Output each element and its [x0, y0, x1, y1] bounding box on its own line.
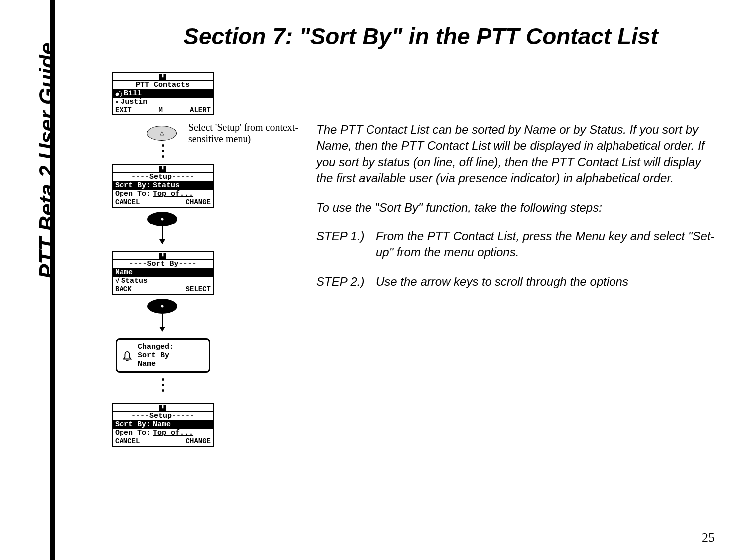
check-icon: √: [115, 277, 119, 285]
screen-title: PTT Contacts: [113, 80, 213, 89]
svg-point-0: [116, 93, 119, 96]
screen-title: ----Sort By----: [113, 259, 213, 268]
antenna-icon: [159, 74, 166, 80]
sortby-option: √Status: [113, 277, 213, 285]
softkey-right: SELECT: [186, 285, 211, 293]
softkey-right: CHANGE: [186, 198, 211, 206]
softkeys: EXIT M ALERT: [113, 106, 213, 114]
softkey-right: CHANGE: [186, 437, 211, 445]
contact-row: Justin: [113, 98, 213, 106]
antenna-bar: [113, 404, 213, 411]
setup-row: Open To:Top of...: [113, 429, 213, 437]
contact-name-1: Bill: [124, 89, 142, 98]
offline-icon: [115, 98, 119, 106]
softkeys: BACK SELECT: [113, 285, 213, 294]
arrow-down-icon: [162, 226, 163, 244]
screen-title: ----Setup-----: [113, 172, 213, 181]
screen-title: ----Setup-----: [113, 411, 213, 420]
paragraph-2: To use the "Sort By" function, take the …: [316, 200, 715, 216]
antenna-icon: [159, 405, 166, 411]
caption-setup: Select 'Setup' from context-sensitive me…: [188, 122, 303, 145]
bell-icon: [122, 351, 133, 362]
sortby-status: Status: [121, 277, 148, 285]
setup-row-selected: Sort By:Status: [113, 181, 213, 190]
phone-screen-contacts: PTT Contacts Bill Justin EXIT M ALERT: [112, 72, 214, 115]
softkey-left: CANCEL: [115, 437, 140, 445]
antenna-bar: [113, 73, 213, 80]
nav-key: [147, 212, 177, 226]
setup-label-1a: Sort By:: [115, 181, 151, 190]
page-title: Section 7: "Sort By" in the PTT Contact …: [127, 22, 715, 51]
setup-row-selected: Sort By:Name: [113, 420, 213, 429]
softkey-left: EXIT: [115, 106, 132, 114]
arrow-down-icon: [162, 314, 163, 331]
setup-row: Open To:Top of...: [113, 190, 213, 198]
setup-label-2a: Open To:: [115, 190, 151, 198]
antenna-icon: [159, 166, 166, 172]
changed-line-3: Name: [138, 360, 206, 368]
antenna-bar: [113, 165, 213, 172]
softkey-mid: M: [159, 106, 163, 114]
step-2: STEP 2.) Use the arrow keys to scroll th…: [316, 274, 715, 290]
setup-label-1a: Sort By:: [115, 420, 151, 429]
changed-line-2: Sort By: [138, 351, 206, 360]
setup-value-2b: Top of...: [153, 429, 193, 437]
softkey-left: BACK: [115, 285, 132, 293]
contact-row-selected: Bill: [113, 89, 213, 98]
page-number: 25: [702, 530, 715, 545]
softkey-left: CANCEL: [115, 198, 140, 206]
sidebar-title-text: PTT Beta 2 User Guide: [35, 43, 59, 279]
contact-name-2: Justin: [121, 98, 147, 106]
nav-dot-icon: [161, 218, 164, 221]
ptt-icon: [115, 90, 122, 97]
step-2-label: STEP 2.): [316, 274, 376, 290]
setup-value-2b: Top of...: [153, 190, 193, 198]
paragraph-1: The PTT Contact List can be sorted by Na…: [316, 122, 715, 187]
triangle-icon: △: [160, 130, 164, 136]
changed-message: Changed: Sort By Name: [116, 338, 210, 373]
phone-screen-setup-2: ----Setup----- Sort By:Name Open To:Top …: [112, 403, 214, 447]
softkeys: CANCEL CHANGE: [113, 437, 213, 446]
sortby-option-selected: Name: [113, 268, 213, 277]
nav-dot-icon: [161, 305, 164, 308]
step-1-body: From the PTT Contact List, press the Men…: [376, 228, 715, 261]
nav-key: △: [147, 126, 177, 141]
setup-value-1b: Status: [153, 181, 180, 190]
nav-key: [147, 299, 177, 314]
phone-screen-setup-1: ----Setup----- Sort By:Status Open To:To…: [112, 164, 214, 208]
step-1: STEP 1.) From the PTT Contact List, pres…: [316, 228, 715, 261]
changed-line-1: Changed:: [138, 343, 206, 351]
body-text: The PTT Contact List can be sorted by Na…: [316, 122, 715, 303]
softkey-right: ALERT: [190, 106, 211, 114]
softkeys: CANCEL CHANGE: [113, 198, 213, 207]
step-2-body: Use the arrow keys to scroll through the…: [376, 274, 715, 290]
sortby-name: Name: [115, 268, 133, 277]
setup-value-1b: Name: [153, 420, 171, 429]
phone-screen-sortby: ----Sort By---- Name √Status BACK SELECT: [112, 251, 214, 295]
step-1-label: STEP 1.): [316, 228, 376, 261]
vertical-dots: [162, 378, 165, 392]
page-title-text: Section 7: "Sort By" in the PTT Contact …: [183, 23, 658, 49]
vertical-dots: [162, 144, 165, 158]
sidebar-title: PTT Beta 2 User Guide: [35, 43, 60, 279]
setup-label-2a: Open To:: [115, 429, 151, 437]
antenna-icon: [159, 253, 166, 259]
antenna-bar: [113, 252, 213, 259]
